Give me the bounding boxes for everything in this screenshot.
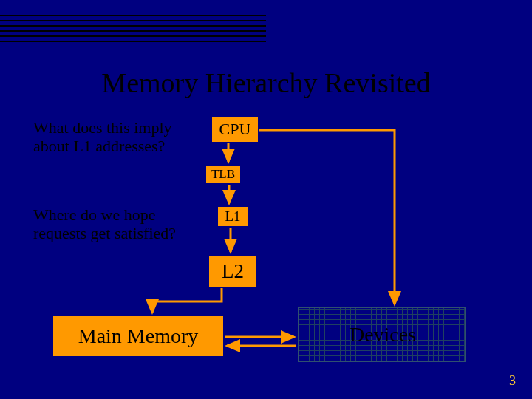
main-memory-box: Main Memory [53,316,223,356]
l2-cache-box: L2 [209,256,256,287]
page-number: 3 [509,373,516,389]
tlb-box: TLB [206,166,240,183]
devices-label: Devices [324,319,442,350]
cpu-box: CPU [212,117,258,142]
l1-cache-box: L1 [218,207,248,226]
